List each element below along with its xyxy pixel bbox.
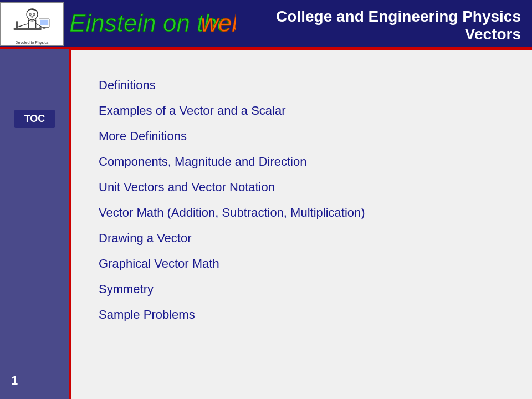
- sidebar: TOC: [0, 49, 69, 399]
- devoted-to-physics-label: Devoted to Physics: [1, 40, 63, 45]
- toc-list-item[interactable]: Graphical Vector Math: [99, 251, 515, 277]
- header-title-area: College and Engineering Physics Vectors: [236, 0, 532, 47]
- svg-rect-6: [43, 27, 45, 29]
- toc-list-item[interactable]: Components, Magnitude and Direction: [99, 149, 515, 175]
- site-name-svg-area: Einstein on the web: [64, 7, 236, 40]
- einstein-cartoon: [2, 3, 63, 39]
- header-left: Devoted to Physics Einstein on the web: [0, 0, 236, 47]
- logo-image: Devoted to Physics: [0, 2, 64, 46]
- toc-list-item[interactable]: Unit Vectors and Vector Notation: [99, 175, 515, 200]
- main-layout: TOC DefinitionsExamples of a Vector and …: [0, 49, 532, 399]
- toc-list-item[interactable]: Drawing a Vector: [99, 226, 515, 251]
- svg-rect-2: [16, 21, 17, 30]
- toc-list-item[interactable]: Examples of a Vector and a Scalar: [99, 98, 515, 124]
- svg-rect-5: [40, 19, 48, 25]
- toc-list-item[interactable]: Vector Math (Addition, Subtraction, Mult…: [99, 200, 515, 226]
- toc-list-item[interactable]: Symmetry: [99, 277, 515, 302]
- svg-text:web: web: [201, 9, 236, 37]
- content-area: DefinitionsExamples of a Vector and a Sc…: [69, 49, 532, 399]
- header: Devoted to Physics Einstein on the web C…: [0, 0, 532, 49]
- toc-list: DefinitionsExamples of a Vector and a Sc…: [99, 73, 515, 328]
- page-number: 1: [11, 374, 18, 388]
- toc-button[interactable]: TOC: [14, 110, 55, 128]
- toc-list-item[interactable]: Definitions: [99, 73, 515, 98]
- header-title-line2: Vectors: [465, 25, 521, 43]
- toc-list-item[interactable]: More Definitions: [99, 124, 515, 149]
- toc-list-item[interactable]: Sample Problems: [99, 302, 515, 328]
- header-title-line1: College and Engineering Physics: [276, 8, 521, 25]
- site-name-text: Einstein on the web: [67, 8, 236, 39]
